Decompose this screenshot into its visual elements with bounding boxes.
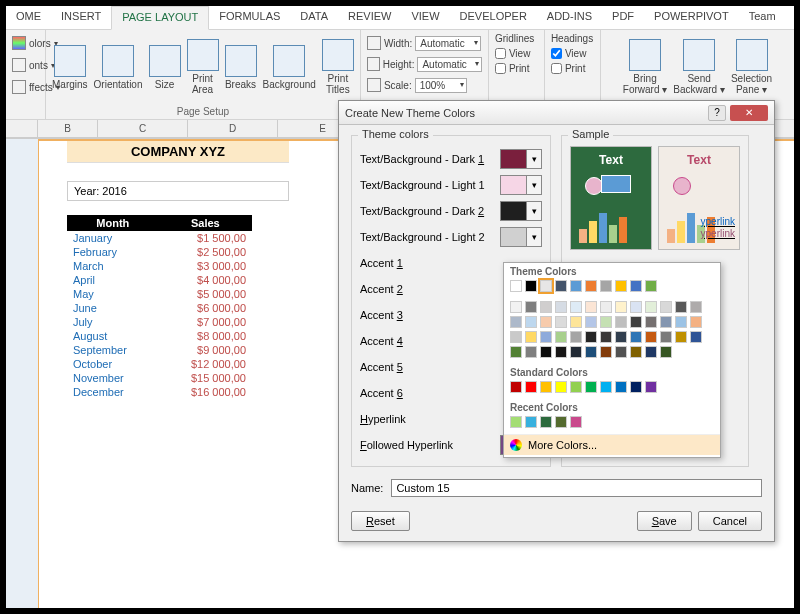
- color-swatch[interactable]: [540, 416, 552, 428]
- save-button[interactable]: Save: [637, 511, 692, 531]
- ribbon-breaks[interactable]: Breaks: [225, 45, 257, 90]
- tab-formulas[interactable]: FORMULAS: [209, 6, 290, 29]
- color-swatch[interactable]: [600, 280, 612, 292]
- close-button[interactable]: ✕: [730, 105, 768, 121]
- tab-ome[interactable]: OME: [6, 6, 51, 29]
- col-C[interactable]: C: [98, 120, 188, 137]
- color-swatch[interactable]: [525, 416, 537, 428]
- color-swatch[interactable]: [600, 381, 612, 393]
- ribbon-print[interactable]: PrintArea: [187, 39, 219, 95]
- color-swatch[interactable]: [510, 346, 522, 358]
- tab-developer[interactable]: DEVELOPER: [450, 6, 537, 29]
- color-swatch-button[interactable]: ▾: [500, 149, 542, 169]
- table-row[interactable]: May$5 000,00: [67, 287, 252, 301]
- gridlines-view-chk[interactable]: View: [495, 48, 534, 59]
- color-swatch[interactable]: [630, 346, 642, 358]
- color-swatch[interactable]: [570, 280, 582, 292]
- ribbon-bring[interactable]: BringForward ▾: [623, 39, 667, 95]
- color-swatch[interactable]: [660, 316, 672, 328]
- color-swatch[interactable]: [570, 331, 582, 343]
- color-swatch[interactable]: [540, 346, 552, 358]
- color-swatch[interactable]: [630, 301, 642, 313]
- color-swatch[interactable]: [630, 316, 642, 328]
- table-row[interactable]: November$15 000,00: [67, 371, 252, 385]
- tab-data[interactable]: DATA: [290, 6, 338, 29]
- color-swatch[interactable]: [675, 301, 687, 313]
- color-swatch[interactable]: [525, 331, 537, 343]
- color-swatch[interactable]: [555, 416, 567, 428]
- more-colors-item[interactable]: More Colors...: [504, 434, 720, 455]
- color-swatch[interactable]: [645, 346, 657, 358]
- color-swatch[interactable]: [585, 301, 597, 313]
- table-row[interactable]: June$6 000,00: [67, 301, 252, 315]
- color-swatch[interactable]: [540, 280, 552, 292]
- color-swatch[interactable]: [585, 381, 597, 393]
- company-title-cell[interactable]: COMPANY XYZ: [67, 141, 289, 163]
- color-swatch[interactable]: [585, 331, 597, 343]
- color-swatch[interactable]: [555, 316, 567, 328]
- color-swatch[interactable]: [645, 331, 657, 343]
- ribbon-margins[interactable]: Margins: [52, 45, 88, 90]
- table-row[interactable]: September$9 000,00: [67, 343, 252, 357]
- color-swatch-button[interactable]: ▾: [500, 175, 542, 195]
- tab-pdf[interactable]: PDF: [602, 6, 644, 29]
- color-swatch[interactable]: [540, 381, 552, 393]
- ribbon-send[interactable]: SendBackward ▾: [673, 39, 725, 95]
- color-swatch[interactable]: [525, 316, 537, 328]
- color-swatch[interactable]: [540, 316, 552, 328]
- cancel-button[interactable]: Cancel: [698, 511, 762, 531]
- color-swatch[interactable]: [615, 381, 627, 393]
- color-swatch[interactable]: [690, 301, 702, 313]
- color-swatch[interactable]: [555, 381, 567, 393]
- tab-review[interactable]: REVIEW: [338, 6, 401, 29]
- color-swatch[interactable]: [510, 381, 522, 393]
- table-row[interactable]: December$16 000,00: [67, 385, 252, 399]
- color-swatch[interactable]: [555, 280, 567, 292]
- color-swatch[interactable]: [525, 346, 537, 358]
- col-D[interactable]: D: [188, 120, 278, 137]
- color-swatch[interactable]: [615, 280, 627, 292]
- color-swatch[interactable]: [615, 346, 627, 358]
- color-swatch[interactable]: [660, 346, 672, 358]
- theme-name-input[interactable]: [391, 479, 762, 497]
- table-row[interactable]: October$12 000,00: [67, 357, 252, 371]
- ribbon-selection[interactable]: SelectionPane ▾: [731, 39, 772, 95]
- color-swatch-button[interactable]: ▾: [500, 201, 542, 221]
- ribbon-size[interactable]: Size: [149, 45, 181, 90]
- table-row[interactable]: August$8 000,00: [67, 329, 252, 343]
- color-swatch[interactable]: [525, 381, 537, 393]
- color-swatch[interactable]: [615, 316, 627, 328]
- headings-print-chk[interactable]: Print: [551, 63, 593, 74]
- color-swatch[interactable]: [690, 316, 702, 328]
- color-swatch[interactable]: [600, 301, 612, 313]
- color-swatch[interactable]: [510, 280, 522, 292]
- tab-insert[interactable]: INSERT: [51, 6, 111, 29]
- table-row[interactable]: January$1 500,00: [67, 231, 252, 245]
- color-swatch[interactable]: [630, 331, 642, 343]
- color-swatch[interactable]: [570, 416, 582, 428]
- color-swatch[interactable]: [675, 331, 687, 343]
- table-row[interactable]: March$3 000,00: [67, 259, 252, 273]
- width-select[interactable]: Automatic: [415, 36, 481, 51]
- tab-add-ins[interactable]: ADD-INS: [537, 6, 602, 29]
- color-swatch[interactable]: [600, 331, 612, 343]
- dialog-titlebar[interactable]: Create New Theme Colors ? ✕: [339, 101, 774, 125]
- color-swatch[interactable]: [630, 381, 642, 393]
- color-swatch-button[interactable]: ▾: [500, 227, 542, 247]
- color-swatch[interactable]: [570, 316, 582, 328]
- height-select[interactable]: Automatic: [417, 57, 481, 72]
- color-swatch[interactable]: [555, 331, 567, 343]
- tab-page-layout[interactable]: PAGE LAYOUT: [111, 6, 209, 30]
- headings-view-chk[interactable]: View: [551, 48, 593, 59]
- gridlines-print-chk[interactable]: Print: [495, 63, 534, 74]
- col-B[interactable]: B: [38, 120, 98, 137]
- tab-team[interactable]: Team: [739, 6, 786, 29]
- color-swatch[interactable]: [510, 301, 522, 313]
- ribbon-orientation[interactable]: Orientation: [94, 45, 143, 90]
- color-swatch[interactable]: [510, 331, 522, 343]
- color-swatch[interactable]: [585, 316, 597, 328]
- color-swatch[interactable]: [645, 316, 657, 328]
- color-swatch[interactable]: [555, 346, 567, 358]
- table-row[interactable]: July$7 000,00: [67, 315, 252, 329]
- color-swatch[interactable]: [690, 331, 702, 343]
